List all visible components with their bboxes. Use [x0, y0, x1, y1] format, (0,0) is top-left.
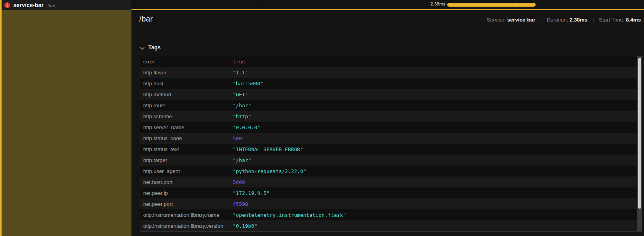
tag-row: http.route "/bar" — [140, 100, 642, 111]
tag-key: http.host — [143, 81, 233, 86]
span-service-name: service-bar — [13, 2, 43, 8]
tag-value: "0.19b0" — [233, 223, 257, 229]
tag-row: http.host "bar:5000" — [140, 78, 642, 89]
tag-key: net.peer.port — [143, 201, 233, 207]
tag-value: "172.19.0.5" — [233, 190, 270, 196]
tag-key: http.route — [143, 103, 233, 108]
tag-value: "INTERNAL SERVER ERROR" — [233, 146, 303, 152]
tag-key: http.server_name — [143, 124, 233, 130]
tag-value: "http" — [233, 113, 251, 119]
tag-key: http.status_text — [143, 146, 233, 152]
timeline-grid-line — [260, 0, 260, 9]
tag-key: http.method — [143, 92, 233, 97]
tag-value: 45598 — [233, 201, 248, 207]
meta-divider: | — [592, 17, 594, 23]
tag-value: "1.1" — [233, 70, 248, 76]
tags-section-label: Tags — [148, 44, 161, 50]
tag-row: otlp.instrumentation.library.version "0.… — [140, 220, 642, 231]
tag-value: "python-requests/2.22.0" — [233, 168, 306, 174]
tag-key: http.scheme — [143, 113, 233, 119]
tag-row: http.status_code 500 — [140, 133, 642, 144]
tag-value: "bar:5000" — [233, 81, 263, 86]
tag-key: http.target — [143, 157, 233, 163]
tag-row: http.flavor "1.1" — [140, 67, 642, 78]
tags-table: error true http.flavor "1.1" http.host "… — [140, 56, 642, 232]
tag-row: http.server_name "0.0.0.0" — [140, 122, 642, 133]
chevron-down-icon[interactable] — [140, 45, 145, 51]
span-timeline-row: 2.38ms — [131, 0, 644, 9]
scrollbar-thumb[interactable] — [638, 58, 641, 209]
tag-row: net.peer.port 45598 — [140, 198, 642, 209]
tag-key: otlp.instrumentation.library.name — [143, 212, 233, 218]
meta-starttime-value: 8.4ms — [626, 17, 641, 23]
tags-section-toggle[interactable]: Tags — [140, 44, 161, 51]
tag-key: net.host.port — [143, 179, 233, 185]
span-detail-panel: /bar Service: service-bar | Duration: 2.… — [131, 10, 644, 236]
error-icon: ! — [4, 2, 10, 8]
tag-key: http.user_agent — [143, 168, 233, 174]
tag-row: http.status_text "INTERNAL SERVER ERROR" — [140, 144, 642, 155]
tag-row: http.target "/bar" — [140, 155, 642, 166]
meta-duration-label: Duration: — [547, 17, 568, 23]
tag-value: "opentelemetry.instrumentation.flask" — [233, 212, 346, 218]
meta-duration-value: 2.38ms — [570, 17, 588, 23]
meta-service-value: service-bar — [507, 17, 535, 23]
tag-key: net.peer.ip — [143, 190, 233, 196]
selected-span-highlight[interactable] — [2, 10, 131, 236]
tag-key: http.status_code — [143, 135, 233, 141]
span-detail-title: /bar — [139, 14, 153, 23]
tag-row: http.user_agent "python-requests/2.22.0" — [140, 166, 642, 177]
tag-key: http.flavor — [143, 70, 233, 76]
tag-value: "GET" — [233, 92, 248, 97]
tag-row: net.host.port 5000 — [140, 177, 642, 187]
meta-divider: | — [540, 17, 542, 23]
meta-starttime-label: Start Time: — [599, 17, 624, 23]
timeline-grid-line — [388, 0, 388, 9]
tag-row: http.method "GET" — [140, 89, 642, 100]
span-duration-bar[interactable] — [447, 3, 536, 7]
tag-row: error true — [140, 56, 642, 67]
tag-value: 500 — [233, 135, 242, 141]
tag-row: net.peer.ip "172.19.0.5" — [140, 187, 642, 198]
span-operation-name: /bar — [47, 3, 55, 8]
meta-service-label: Service: — [487, 17, 506, 23]
span-detail-meta: Service: service-bar | Duration: 2.38ms … — [487, 17, 641, 23]
tag-key: error — [143, 59, 233, 65]
tag-value: "/bar" — [233, 103, 251, 108]
span-duration-label: 2.38ms — [430, 2, 445, 6]
tag-row: otlp.instrumentation.library.name "opent… — [140, 209, 642, 220]
tag-value: 5000 — [233, 179, 245, 185]
tag-key: otlp.instrumentation.library.version — [143, 223, 233, 229]
tag-value: "0.0.0.0" — [233, 124, 260, 130]
tag-row: http.scheme "http" — [140, 111, 642, 122]
tag-value: true — [233, 59, 245, 65]
span-name-row[interactable]: ! service-bar /bar — [2, 0, 131, 10]
tag-value: "/bar" — [233, 157, 251, 163]
